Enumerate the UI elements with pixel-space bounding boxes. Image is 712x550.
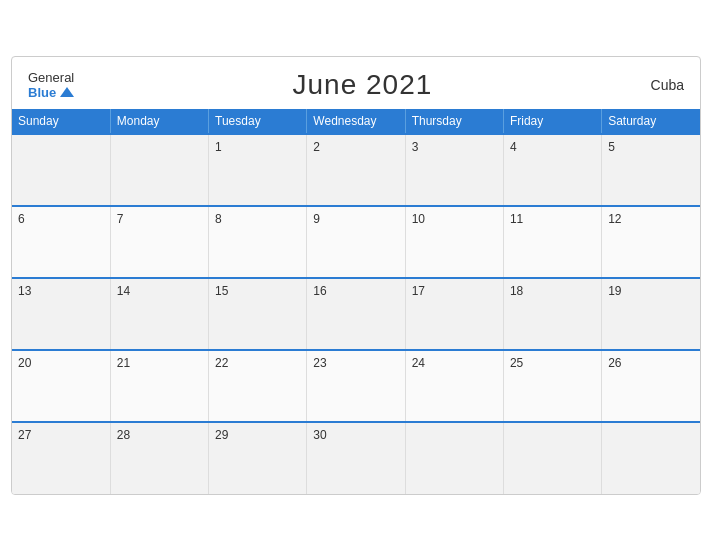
col-tuesday: Tuesday (209, 109, 307, 134)
calendar-day-cell: 23 (307, 350, 405, 422)
calendar-container: General Blue June 2021 Cuba Sunday Monda… (11, 56, 701, 495)
logo-blue-text: Blue (28, 85, 56, 100)
calendar-day-cell: 2 (307, 134, 405, 206)
calendar-day-cell: 4 (503, 134, 601, 206)
calendar-day-cell: 7 (110, 206, 208, 278)
logo-general-text: General (28, 70, 74, 85)
calendar-day-cell (503, 422, 601, 494)
calendar-day-cell: 27 (12, 422, 110, 494)
calendar-day-cell: 25 (503, 350, 601, 422)
calendar-day-cell: 9 (307, 206, 405, 278)
calendar-day-cell: 14 (110, 278, 208, 350)
calendar-day-cell: 28 (110, 422, 208, 494)
calendar-week-row: 6789101112 (12, 206, 700, 278)
calendar-day-cell: 21 (110, 350, 208, 422)
logo-triangle-icon (60, 87, 74, 97)
col-thursday: Thursday (405, 109, 503, 134)
calendar-week-row: 13141516171819 (12, 278, 700, 350)
calendar-day-cell: 22 (209, 350, 307, 422)
col-sunday: Sunday (12, 109, 110, 134)
calendar-day-cell: 29 (209, 422, 307, 494)
calendar-day-cell: 12 (602, 206, 700, 278)
col-monday: Monday (110, 109, 208, 134)
calendar-day-cell: 10 (405, 206, 503, 278)
calendar-title: June 2021 (292, 69, 432, 101)
calendar-day-cell: 6 (12, 206, 110, 278)
calendar-day-cell (602, 422, 700, 494)
calendar-table: Sunday Monday Tuesday Wednesday Thursday… (12, 109, 700, 494)
calendar-day-cell: 8 (209, 206, 307, 278)
country-label: Cuba (651, 77, 684, 93)
calendar-week-row: 20212223242526 (12, 350, 700, 422)
logo-area: General Blue (28, 70, 74, 100)
calendar-day-cell (405, 422, 503, 494)
calendar-day-cell: 24 (405, 350, 503, 422)
calendar-body: 1234567891011121314151617181920212223242… (12, 134, 700, 494)
calendar-day-cell: 17 (405, 278, 503, 350)
calendar-day-cell: 11 (503, 206, 601, 278)
calendar-day-cell: 19 (602, 278, 700, 350)
calendar-header-row: Sunday Monday Tuesday Wednesday Thursday… (12, 109, 700, 134)
calendar-day-cell (12, 134, 110, 206)
col-friday: Friday (503, 109, 601, 134)
calendar-day-cell: 13 (12, 278, 110, 350)
calendar-week-row: 12345 (12, 134, 700, 206)
logo-blue-area: Blue (28, 85, 74, 100)
calendar-header: General Blue June 2021 Cuba (12, 57, 700, 109)
calendar-day-cell: 15 (209, 278, 307, 350)
col-wednesday: Wednesday (307, 109, 405, 134)
calendar-day-cell (110, 134, 208, 206)
calendar-day-cell: 30 (307, 422, 405, 494)
calendar-week-row: 27282930 (12, 422, 700, 494)
calendar-day-cell: 1 (209, 134, 307, 206)
calendar-day-cell: 5 (602, 134, 700, 206)
calendar-day-cell: 20 (12, 350, 110, 422)
col-saturday: Saturday (602, 109, 700, 134)
calendar-day-cell: 18 (503, 278, 601, 350)
calendar-day-cell: 26 (602, 350, 700, 422)
calendar-day-cell: 3 (405, 134, 503, 206)
calendar-day-cell: 16 (307, 278, 405, 350)
